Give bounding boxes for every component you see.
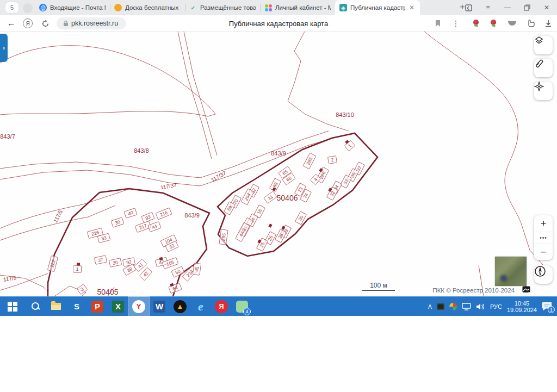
refresh-button[interactable]	[38, 15, 52, 32]
extension-rose-icon-1[interactable]	[470, 15, 482, 32]
quarter-label: 50406	[277, 194, 298, 202]
parcel: 44	[148, 222, 161, 232]
parcel: 285	[303, 153, 316, 169]
zoom-out-button[interactable]: −	[534, 244, 553, 260]
parcel: 222	[47, 256, 58, 271]
layers-button[interactable]	[534, 36, 553, 54]
word-icon-glyph: W	[153, 301, 165, 313]
bowl-icon	[508, 21, 516, 26]
rose-icon	[473, 20, 479, 27]
yandex-search-icon[interactable]: Я	[211, 297, 232, 316]
yandex-browser-icon-glyph: Y	[132, 300, 145, 313]
download-icon[interactable]	[542, 15, 555, 32]
browser-tab[interactable]: Личный кабинет - Мои о	[260, 0, 335, 15]
collections-menu-icon[interactable]: ⋮	[450, 15, 461, 32]
map-canvas[interactable]: 1228528643736533432656668737452294117069…	[0, 32, 557, 296]
black-circle-app-icon[interactable]: ▲	[170, 297, 190, 316]
extension-hand-icon[interactable]	[524, 15, 537, 32]
lock-icon	[63, 20, 69, 27]
quarter-label: 117/5	[3, 275, 17, 282]
skype-icon-glyph: S	[74, 302, 79, 311]
minimap-thumbnail[interactable]	[495, 257, 527, 286]
tab-label: Размещённые товары -	[200, 4, 256, 11]
zoom-level-dots[interactable]: •••	[534, 232, 553, 244]
date-text: 19.09.2024	[507, 307, 537, 313]
action-center-button[interactable]: 1	[542, 302, 553, 312]
measure-button[interactable]	[534, 59, 553, 77]
check-icon: ✔	[189, 4, 197, 11]
browser-tab[interactable]: @Входящие - Почта Mail	[35, 0, 110, 15]
parcel-number: 45	[194, 266, 200, 272]
image-icon[interactable]	[522, 286, 530, 293]
building-mark	[268, 223, 272, 228]
volume-icon[interactable]	[476, 303, 485, 310]
browser-menu-button[interactable]: ≡	[484, 4, 492, 11]
network-icon[interactable]	[462, 303, 471, 310]
tab-close-button[interactable]: ✕	[408, 4, 416, 11]
browser-tab[interactable]: Доска бесплатных объя	[110, 0, 185, 15]
yandex-home-button[interactable]: Я	[21, 15, 35, 32]
address-bar[interactable]: pkk.rosreestr.ru	[57, 17, 126, 29]
crosshair-icon	[534, 82, 544, 91]
scale-line	[362, 290, 395, 291]
extension-bowl-icon[interactable]	[506, 15, 518, 32]
tab-label: Личный кабинет - Мои о	[275, 4, 331, 11]
parcel: 30	[111, 217, 124, 227]
parcel: 1	[73, 266, 82, 273]
tab-label: Публичная кадастров	[350, 4, 405, 11]
quarter-label: 843/9	[184, 212, 200, 219]
back-button[interactable]: ←	[5, 15, 17, 32]
extension-rose-icon-2[interactable]	[487, 15, 499, 32]
excel-icon[interactable]: X	[108, 297, 128, 316]
parcel: 40	[124, 208, 137, 218]
browser-tab[interactable]: ✔Размещённые товары -	[185, 0, 260, 15]
parcel: 294	[241, 189, 254, 205]
search-panel-toggle[interactable]: ›	[0, 34, 8, 62]
side-panel-icon[interactable]	[465, 4, 472, 11]
minimize-button[interactable]: —	[504, 4, 511, 11]
close-window-button[interactable]: ✕	[543, 4, 550, 11]
scale-bar: 100 м	[362, 282, 395, 291]
yandex-browser-icon[interactable]: Y	[128, 297, 149, 316]
word-icon[interactable]: W	[149, 297, 170, 316]
compass-button[interactable]	[534, 265, 553, 284]
quarter-label: 843/10	[336, 111, 354, 118]
browser-tab[interactable]: ◈Публичная кадастров✕	[335, 0, 420, 15]
zoom-in-button[interactable]: +	[534, 215, 553, 232]
bookmark-flag-icon[interactable]	[432, 15, 444, 32]
clock[interactable]: 10:45 19.09.2024	[507, 300, 537, 313]
powerpoint-icon-glyph: P	[91, 301, 103, 313]
yandex-search-icon-glyph: Я	[215, 300, 228, 313]
avito-dots-icon	[264, 4, 272, 11]
language-indicator[interactable]: РУС	[490, 303, 502, 310]
bulletin-board-icon	[114, 4, 122, 11]
tray-app-icon[interactable]	[437, 303, 444, 310]
file-explorer-icon[interactable]	[46, 297, 66, 316]
cadastral-map-layer: 1228528643736533432656668737452294117069…	[0, 32, 557, 296]
green-app-icon[interactable]: 4	[232, 297, 252, 316]
start-button[interactable]	[0, 297, 25, 316]
tray-chevron-icon[interactable]: ᐱ	[428, 304, 432, 310]
quarter-label: 117/37	[160, 182, 177, 190]
layers-icon	[534, 36, 544, 46]
mail-icon: @	[39, 4, 47, 11]
map-attribution: ПКК © Росреестр 2010-2024	[397, 287, 515, 294]
quarter-label: 843/8	[134, 147, 149, 154]
parcel: 50	[171, 266, 184, 277]
locate-button[interactable]	[534, 82, 553, 100]
parcel: 44/2	[236, 222, 250, 241]
parcel: 216	[156, 208, 172, 220]
parcel-number: 1	[76, 266, 79, 272]
page-title: Публичная кадастровая карта	[163, 15, 394, 32]
restore-button[interactable]	[523, 4, 531, 11]
black-circle-app-icon-glyph: ▲	[174, 300, 187, 313]
tray-pinwheel-icon[interactable]	[449, 303, 457, 310]
skype-icon[interactable]: S	[66, 297, 87, 316]
internet-explorer-icon[interactable]: e	[190, 297, 211, 316]
map-roads	[0, 32, 543, 296]
tab-counter-button[interactable]: 5	[5, 2, 18, 13]
search-icon[interactable]	[25, 297, 46, 316]
parcel: 2	[328, 156, 337, 164]
scale-label: 100 м	[370, 282, 387, 289]
powerpoint-icon[interactable]: P	[87, 297, 108, 316]
